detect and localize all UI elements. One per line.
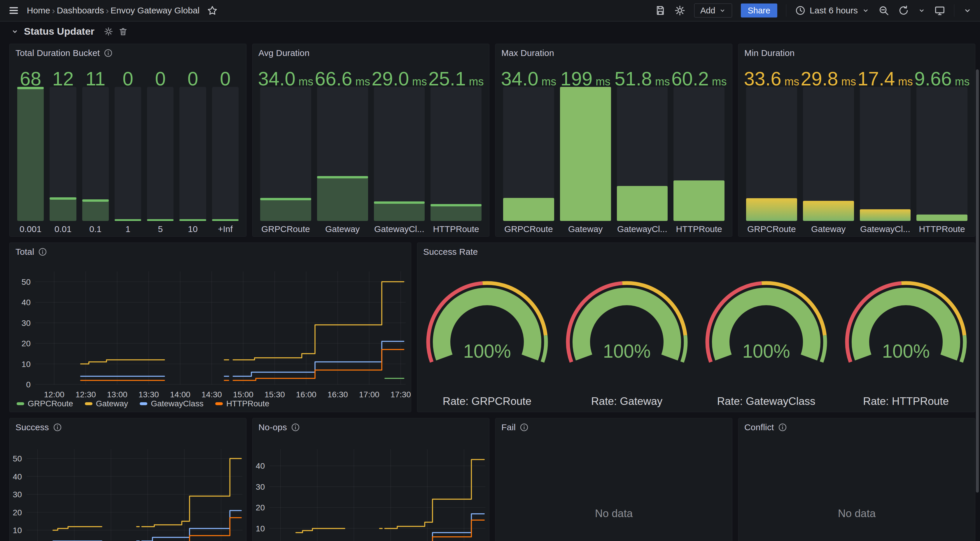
gauge-Rate: HTTPRoute[interactable]: 100%Rate: HTTPRoute xyxy=(847,283,965,407)
info-icon[interactable] xyxy=(104,49,113,57)
bar-label: GRPCRoute xyxy=(743,224,800,234)
panel-title: Fail xyxy=(501,422,515,432)
panel-header[interactable]: Min Duration xyxy=(745,48,794,58)
bar-label: HTTPRoute xyxy=(428,224,484,234)
bar-label: 0.1 xyxy=(80,224,112,234)
y-axis-tick: 20 xyxy=(22,339,30,348)
y-axis-tick: 30 xyxy=(22,319,30,328)
gauge-Rate: GatewayClass[interactable]: 100%Rate: GatewayClass xyxy=(707,283,825,407)
bar-fill xyxy=(916,214,967,221)
bar-fill-cap xyxy=(431,204,482,206)
gauge-value: 100% xyxy=(463,341,511,362)
breadcrumb-home[interactable]: Home xyxy=(27,6,50,16)
bar-cell[interactable] xyxy=(860,87,911,221)
y-axis-tick: 10 xyxy=(22,360,30,369)
bar-cell[interactable] xyxy=(916,87,967,221)
panel-fail: FailNo data xyxy=(495,418,732,541)
bar-label-cell: GRPCRoute xyxy=(743,222,800,234)
breadcrumb-current-dashboard[interactable]: Envoy Gateway Global xyxy=(111,6,199,16)
bar-label: 10 xyxy=(177,224,209,234)
bar-cell[interactable] xyxy=(212,87,239,221)
bar-cell[interactable] xyxy=(115,87,141,221)
bar-cell[interactable] xyxy=(49,87,76,221)
row-delete-button[interactable] xyxy=(118,27,128,36)
scrollbar-thumb[interactable] xyxy=(976,69,979,493)
info-icon[interactable] xyxy=(778,423,787,432)
add-button[interactable]: Add xyxy=(694,3,732,17)
bar-value-cell: 0 xyxy=(209,62,242,88)
info-icon[interactable] xyxy=(520,423,528,432)
bar-cell[interactable] xyxy=(746,87,797,221)
gauge-value: 100% xyxy=(882,341,930,362)
legend-item-GRPCRoute[interactable]: GRPCRoute xyxy=(17,399,73,408)
bar-cell[interactable] xyxy=(617,87,668,221)
bar-fill xyxy=(673,181,724,221)
time-range-picker[interactable]: Last 6 hours xyxy=(795,5,869,16)
refresh-button[interactable] xyxy=(898,5,909,16)
row-header-status-updater[interactable]: Status Updater xyxy=(11,25,128,37)
bar-cell[interactable] xyxy=(317,87,368,221)
bar-cell[interactable] xyxy=(431,87,482,221)
bar-label-cell: 0.1 xyxy=(80,222,112,234)
bar-fill xyxy=(147,219,173,221)
bar-value-unit: ms xyxy=(352,76,370,88)
bar-fill xyxy=(49,197,76,221)
panel-header[interactable]: Max Duration xyxy=(501,48,554,58)
bar-value: 60.2 ms xyxy=(671,69,727,88)
legend-item-HTTPRoute[interactable]: HTTPRoute xyxy=(215,399,269,408)
bar-cell[interactable] xyxy=(17,87,44,221)
bar-value-cell: 25.1 ms xyxy=(428,62,484,88)
x-axis-tick: 17:30 xyxy=(391,390,411,399)
bar-cell[interactable] xyxy=(180,87,206,221)
x-axis-tick: 13:00 xyxy=(107,390,127,399)
bar-fill xyxy=(617,186,668,221)
bar-value-cell: 34.0 ms xyxy=(500,62,557,88)
bar-cell[interactable] xyxy=(82,87,109,221)
bar-cell[interactable] xyxy=(560,87,611,221)
bar-cell[interactable] xyxy=(673,87,724,221)
zoom-out-time-button[interactable] xyxy=(878,5,889,16)
timeseries-plot[interactable]: 10203040 xyxy=(253,418,490,541)
bar-label-cell: 5 xyxy=(144,222,177,234)
bar-cell[interactable] xyxy=(147,87,173,221)
panel-header[interactable]: Fail xyxy=(501,422,528,432)
bar-value-cell: 0 xyxy=(112,62,144,88)
bar-cell[interactable] xyxy=(503,87,554,221)
bar-value-unit: ms xyxy=(296,76,313,88)
toolbar-collapse-button[interactable] xyxy=(963,6,972,15)
favorite-star-button[interactable] xyxy=(207,5,218,16)
timeseries-plot[interactable]: 1020304050 xyxy=(10,418,247,541)
y-axis-tick: 20 xyxy=(13,508,22,517)
breadcrumb-dashboards[interactable]: Dashboards xyxy=(57,6,104,16)
hamburger-menu-button[interactable] xyxy=(8,5,19,16)
panel-header[interactable]: Avg Duration xyxy=(258,48,309,58)
toolbar-divider xyxy=(786,5,786,17)
series-line-GatewayClass xyxy=(233,341,404,376)
bar-label-cell: GatewayCl... xyxy=(371,222,428,234)
gauge-Rate: GRPCRoute[interactable]: 100%Rate: GRPCRoute xyxy=(428,283,546,407)
panel-header[interactable]: Total Duration Bucket xyxy=(16,48,113,58)
legend-item-GatewayClass[interactable]: GatewayClass xyxy=(140,399,204,408)
panel-header[interactable]: Conflict xyxy=(745,422,787,432)
bar-cell[interactable] xyxy=(803,87,854,221)
tv-mode-button[interactable] xyxy=(934,5,945,16)
bar-labels-row: 0.0010.010.11510+Inf xyxy=(14,222,242,234)
gauge-value: 100% xyxy=(603,341,651,362)
legend-item-Gateway[interactable]: Gateway xyxy=(85,399,128,408)
add-button-label: Add xyxy=(700,6,716,16)
x-axis-tick: 13:30 xyxy=(138,390,159,399)
row-settings-button[interactable] xyxy=(104,27,113,36)
share-button[interactable]: Share xyxy=(741,3,777,17)
chevron-down-icon xyxy=(719,7,726,14)
bar-track xyxy=(374,87,425,221)
dashboard-settings-button[interactable] xyxy=(675,5,686,16)
refresh-interval-dropdown[interactable] xyxy=(918,7,926,14)
bar-cell[interactable] xyxy=(374,87,425,221)
bar-value-cell: 68 xyxy=(14,62,47,88)
bar-cell[interactable] xyxy=(260,87,311,221)
save-dashboard-button[interactable] xyxy=(655,5,666,16)
gauge-Rate: Gateway[interactable]: 100%Rate: Gateway xyxy=(568,283,686,407)
timeseries-plot[interactable]: 0102030405012:0012:3013:0013:3014:0014:3… xyxy=(10,243,412,412)
bar-value-cell: 12 xyxy=(47,62,79,88)
bar-fill-cap xyxy=(260,198,311,200)
